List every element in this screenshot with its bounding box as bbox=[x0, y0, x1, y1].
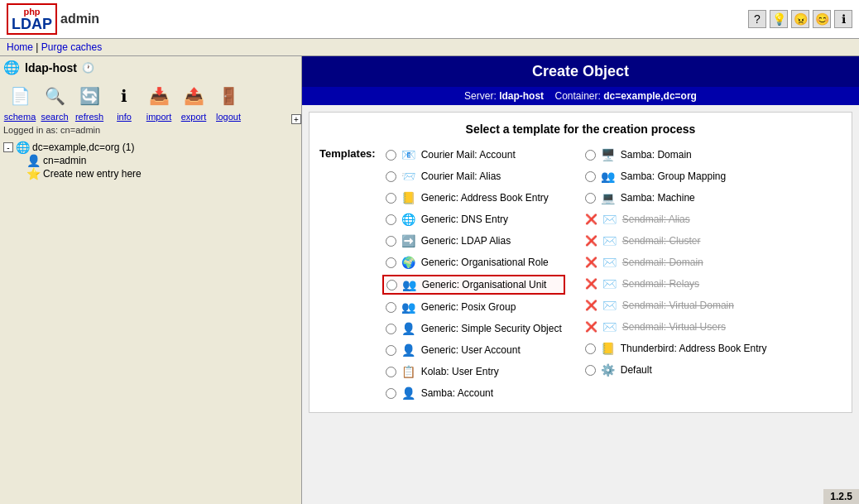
radio-generic-dns-entry[interactable] bbox=[386, 214, 396, 225]
template-name-sendmail-alias: Sendmail: Alias bbox=[622, 214, 690, 225]
container-value: dc=example,dc=org bbox=[603, 90, 697, 102]
template-name-kolab-user-entry: Kolab: User Entry bbox=[421, 366, 499, 377]
template-title: Select a template for the creation proce… bbox=[319, 122, 842, 136]
template-item-sendmail-domain[interactable]: ❌✉️Sendmail: Domain bbox=[582, 253, 770, 271]
disabled-icon-sendmail-alias: ❌ bbox=[585, 214, 597, 225]
radio-samba-machine[interactable] bbox=[585, 193, 596, 204]
info-label[interactable]: info bbox=[117, 112, 132, 122]
templates-columns: 📧Courier Mail: Account📨Courier Mail: Ali… bbox=[382, 146, 842, 402]
template-item-sendmail-relays[interactable]: ❌✉️Sendmail: Relays bbox=[582, 275, 770, 293]
template-item-generic-ldap-alias[interactable]: ➡️Generic: LDAP Alias bbox=[382, 232, 565, 250]
template-icon-sendmail-domain: ✉️ bbox=[602, 255, 617, 270]
refresh-label[interactable]: refresh bbox=[75, 112, 103, 122]
breadcrumb: Home | Purge caches bbox=[0, 39, 859, 56]
search-tool[interactable]: 🔍 search bbox=[38, 80, 71, 122]
tree-child-create[interactable]: ⭐ Create new entry here bbox=[26, 167, 298, 180]
template-item-sendmail-virtual-domain[interactable]: ❌✉️Sendmail: Virtual Domain bbox=[582, 296, 770, 314]
radio-courier-mail-alias[interactable] bbox=[386, 171, 396, 182]
template-item-courier-mail-account[interactable]: 📧Courier Mail: Account bbox=[382, 146, 565, 164]
template-item-courier-mail-alias[interactable]: 📨Courier Mail: Alias bbox=[382, 167, 565, 185]
template-icon-sendmail-virtual-domain: ✉️ bbox=[602, 298, 617, 313]
template-item-sendmail-alias[interactable]: ❌✉️Sendmail: Alias bbox=[582, 210, 770, 228]
template-icon-sendmail-virtual-users: ✉️ bbox=[602, 319, 617, 334]
template-item-generic-organisational-unit[interactable]: 👥Generic: Organisational Unit bbox=[382, 275, 565, 295]
template-item-default[interactable]: ⚙️Default bbox=[582, 361, 770, 379]
template-item-generic-dns-entry[interactable]: 🌐Generic: DNS Entry bbox=[382, 210, 565, 228]
help-icon[interactable]: ? bbox=[748, 10, 766, 28]
tree-children: 👤 cn=admin ⭐ Create new entry here bbox=[3, 154, 298, 180]
purge-caches-link[interactable]: Purge caches bbox=[41, 41, 102, 53]
radio-generic-posix-group[interactable] bbox=[386, 302, 396, 313]
radio-generic-user-account[interactable] bbox=[386, 345, 396, 356]
disabled-icon-sendmail-virtual-domain: ❌ bbox=[585, 300, 597, 311]
template-item-samba-domain[interactable]: 🖥️Samba: Domain bbox=[582, 146, 770, 164]
radio-generic-address-book[interactable] bbox=[386, 193, 396, 204]
tree-root-row[interactable]: - 🌐 dc=example,dc=org (1) bbox=[3, 141, 298, 154]
template-item-sendmail-virtual-users[interactable]: ❌✉️Sendmail: Virtual Users bbox=[582, 318, 770, 336]
info-circle-icon[interactable]: ℹ bbox=[834, 10, 852, 28]
template-item-samba-machine[interactable]: 💻Samba: Machine bbox=[582, 189, 770, 207]
template-name-generic-posix-group: Generic: Posix Group bbox=[421, 301, 516, 313]
template-item-sendmail-cluster[interactable]: ❌✉️Sendmail: Cluster bbox=[582, 232, 770, 250]
tree-root-label[interactable]: dc=example,dc=org (1) bbox=[32, 142, 134, 153]
import-label[interactable]: import bbox=[146, 112, 172, 122]
radio-thunderbird-address-book[interactable] bbox=[585, 343, 596, 354]
tree-child-create-label[interactable]: Create new entry here bbox=[43, 168, 142, 180]
radio-samba-group-mapping[interactable] bbox=[585, 171, 596, 182]
expand-box[interactable]: + bbox=[291, 114, 301, 124]
template-name-samba-group-mapping: Samba: Group Mapping bbox=[621, 170, 726, 182]
search-label[interactable]: search bbox=[41, 112, 68, 122]
schema-icon: 📄 bbox=[4, 80, 36, 112]
template-icon-kolab-user-entry: 📋 bbox=[401, 364, 416, 379]
template-item-generic-user-account[interactable]: 👤Generic: User Account bbox=[382, 341, 565, 359]
sidebar-header: + 🌐 ldap-host 🕐 bbox=[3, 60, 298, 75]
logged-in-label: Logged in as: cn=admin bbox=[3, 125, 298, 135]
template-name-generic-user-account: Generic: User Account bbox=[421, 344, 521, 356]
template-item-thunderbird-address-book[interactable]: 📒Thunderbird: Address Book Entry bbox=[582, 339, 770, 358]
radio-courier-mail-account[interactable] bbox=[386, 150, 396, 161]
refresh-tool[interactable]: 🔄 refresh bbox=[73, 80, 106, 122]
radio-generic-ldap-alias[interactable] bbox=[386, 236, 396, 247]
template-icon-sendmail-relays: ✉️ bbox=[602, 276, 617, 291]
radio-default[interactable] bbox=[585, 365, 596, 376]
radio-samba-domain[interactable] bbox=[585, 150, 596, 161]
angry-icon[interactable]: 😠 bbox=[791, 10, 809, 28]
logout-label[interactable]: logout bbox=[216, 112, 241, 122]
schema-tool[interactable]: 📄 schema bbox=[3, 80, 36, 122]
home-link[interactable]: Home bbox=[7, 41, 33, 53]
template-name-sendmail-cluster: Sendmail: Cluster bbox=[622, 235, 701, 247]
export-tool[interactable]: 📤 export bbox=[177, 80, 210, 122]
template-item-generic-posix-group[interactable]: 👥Generic: Posix Group bbox=[382, 298, 565, 316]
user-icon: 👤 bbox=[26, 154, 41, 167]
tree-child-admin[interactable]: 👤 cn=admin bbox=[26, 154, 298, 167]
template-item-generic-address-book[interactable]: 📒Generic: Address Book Entry bbox=[382, 189, 565, 207]
template-item-generic-organisational-role[interactable]: 🌍Generic: Organisational Role bbox=[382, 253, 565, 271]
template-item-generic-simple-security-object[interactable]: 👤Generic: Simple Security Object bbox=[382, 319, 565, 338]
export-label[interactable]: export bbox=[181, 112, 207, 122]
info-tool[interactable]: ℹ info bbox=[108, 80, 141, 122]
template-name-sendmail-virtual-users: Sendmail: Virtual Users bbox=[622, 321, 726, 333]
radio-samba-account[interactable] bbox=[386, 388, 396, 399]
bulb-icon[interactable]: 💡 bbox=[770, 10, 788, 28]
schema-label[interactable]: schema bbox=[4, 112, 36, 122]
template-item-samba-group-mapping[interactable]: 👥Samba: Group Mapping bbox=[582, 167, 770, 185]
template-icon-samba-domain: 🖥️ bbox=[601, 147, 616, 162]
template-name-sendmail-domain: Sendmail: Domain bbox=[622, 257, 703, 268]
import-tool[interactable]: 📥 import bbox=[142, 80, 175, 122]
template-name-samba-machine: Samba: Machine bbox=[621, 192, 695, 204]
radio-kolab-user-entry[interactable] bbox=[386, 367, 396, 377]
logout-tool[interactable]: 🚪 logout bbox=[212, 80, 245, 122]
main-layout: + 🌐 ldap-host 🕐 📄 schema 🔍 search 🔄 refr… bbox=[0, 56, 859, 504]
radio-generic-organisational-unit[interactable] bbox=[386, 280, 397, 290]
template-item-kolab-user-entry[interactable]: 📋Kolab: User Entry bbox=[382, 362, 565, 381]
radio-generic-simple-security-object[interactable] bbox=[386, 324, 396, 334]
radio-generic-organisational-role[interactable] bbox=[386, 257, 396, 268]
template-icon-courier-mail-alias: 📨 bbox=[401, 169, 416, 184]
template-item-samba-account[interactable]: 👤Samba: Account bbox=[382, 384, 565, 402]
tree-expand-icon[interactable]: - bbox=[3, 142, 13, 152]
sidebar: + 🌐 ldap-host 🕐 📄 schema 🔍 search 🔄 refr… bbox=[0, 56, 302, 504]
tree: - 🌐 dc=example,dc=org (1) 👤 cn=admin ⭐ C… bbox=[3, 140, 298, 181]
smile-icon[interactable]: 😊 bbox=[813, 10, 831, 28]
tree-child-admin-label[interactable]: cn=admin bbox=[43, 155, 86, 166]
template-name-samba-account: Samba: Account bbox=[421, 387, 493, 399]
